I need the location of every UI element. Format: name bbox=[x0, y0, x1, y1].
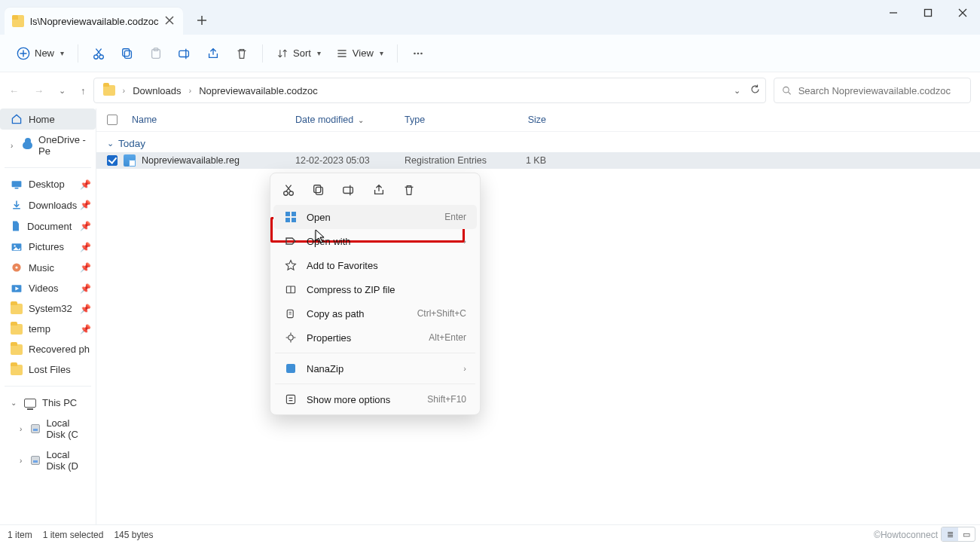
view-button[interactable]: View ▾ bbox=[330, 43, 389, 64]
col-type[interactable]: Type bbox=[405, 115, 493, 125]
cut-button[interactable] bbox=[86, 42, 111, 65]
watermark: ©Howtoconnect bbox=[874, 530, 938, 540]
ctx-label: Add to Favorites bbox=[307, 260, 466, 271]
search-input[interactable] bbox=[798, 85, 963, 96]
ctx-label: Open with bbox=[307, 236, 454, 247]
sidebar-home[interactable]: Home bbox=[0, 108, 96, 130]
rename-button[interactable] bbox=[172, 42, 197, 65]
select-all-checkbox[interactable] bbox=[107, 115, 118, 125]
new-label: New bbox=[35, 47, 54, 59]
chevron-right-icon: › bbox=[20, 457, 26, 465]
pin-icon: 📌 bbox=[80, 304, 91, 314]
sidebar-disk-c[interactable]: ›Local Disk (C bbox=[0, 413, 96, 445]
ctx-open-with[interactable]: Open with › bbox=[273, 229, 477, 253]
chevron-right-icon: › bbox=[463, 237, 466, 246]
recent-locations-button[interactable]: ⌄ bbox=[59, 86, 66, 96]
ctx-copy-path[interactable]: Copy as path Ctrl+Shift+C bbox=[273, 301, 477, 325]
more-button[interactable] bbox=[405, 42, 431, 65]
sidebar-item-videos[interactable]: Videos📌 bbox=[0, 278, 96, 298]
sidebar-item-pictures[interactable]: Pictures📌 bbox=[0, 237, 96, 257]
breadcrumb-dropdown[interactable]: ⌄ bbox=[734, 86, 740, 96]
ctx-shortcut: Ctrl+Shift+C bbox=[417, 308, 466, 319]
share-button[interactable] bbox=[200, 42, 226, 65]
zip-icon bbox=[284, 283, 298, 295]
sidebar-item-temp[interactable]: temp📌 bbox=[0, 319, 96, 339]
col-date[interactable]: Date modified ⌄ bbox=[295, 115, 405, 125]
sidebar-item-recovered[interactable]: Recovered ph bbox=[0, 339, 96, 359]
copy-icon[interactable] bbox=[311, 182, 326, 197]
breadcrumb-item[interactable]: Nopreviewavailable.codzoc bbox=[194, 84, 322, 98]
file-row[interactable]: Nopreviewavailable.reg 12-02-2023 05:03 … bbox=[96, 152, 980, 169]
ctx-shortcut: Alt+Enter bbox=[429, 332, 466, 343]
col-name[interactable]: Name bbox=[107, 115, 295, 125]
sidebar-disk-d[interactable]: ›Local Disk (D bbox=[0, 445, 96, 476]
folder-icon bbox=[11, 365, 23, 375]
cloud-icon bbox=[23, 142, 32, 149]
cut-icon[interactable] bbox=[281, 182, 296, 197]
new-button[interactable]: New ▾ bbox=[11, 42, 70, 65]
share-icon[interactable] bbox=[371, 182, 386, 197]
folder-icon bbox=[11, 344, 23, 355]
chevron-right-icon: › bbox=[20, 425, 26, 433]
minimize-button[interactable] bbox=[876, 0, 911, 26]
title-bar: ls\Nopreviewavailable.codzoc bbox=[0, 0, 980, 35]
chevron-right-icon: › bbox=[189, 86, 192, 95]
refresh-button[interactable] bbox=[750, 84, 761, 97]
delete-icon[interactable] bbox=[401, 182, 417, 197]
svg-rect-13 bbox=[12, 181, 22, 187]
close-tab-icon[interactable] bbox=[165, 16, 176, 26]
details-view-icon[interactable]: ≣ bbox=[942, 527, 958, 541]
chevron-down-icon: ▾ bbox=[317, 49, 321, 57]
sidebar-item-label: Videos bbox=[29, 283, 59, 294]
pc-icon bbox=[24, 399, 36, 408]
ctx-open[interactable]: Open Enter bbox=[273, 205, 477, 229]
svg-point-12 bbox=[783, 87, 789, 93]
breadcrumb-item[interactable]: Downloads bbox=[128, 84, 185, 98]
up-button[interactable]: ↑ bbox=[81, 85, 86, 96]
svg-rect-0 bbox=[925, 10, 932, 17]
sidebar-item-music[interactable]: Music📌 bbox=[0, 257, 96, 278]
ctx-nanazip[interactable]: NanaZip › bbox=[273, 356, 477, 380]
svg-rect-26 bbox=[292, 212, 296, 216]
view-mode-toggle[interactable]: ≣ ▭ bbox=[941, 527, 975, 542]
back-button[interactable]: ← bbox=[9, 85, 19, 96]
sidebar-onedrive[interactable]: › OneDrive - Pe bbox=[0, 130, 96, 161]
svg-point-11 bbox=[420, 52, 423, 54]
maximize-button[interactable] bbox=[911, 0, 945, 26]
col-size-label: Size bbox=[528, 115, 546, 125]
group-header[interactable]: ⌄ Today bbox=[96, 132, 980, 149]
sidebar-item-desktop[interactable]: Desktop📌 bbox=[0, 174, 96, 194]
paste-button[interactable] bbox=[143, 42, 169, 65]
close-window-button[interactable] bbox=[945, 0, 980, 26]
sidebar-item-documents[interactable]: Document📌 bbox=[0, 215, 96, 237]
pin-icon: 📌 bbox=[80, 221, 91, 231]
ctx-shortcut: Enter bbox=[444, 212, 466, 222]
sidebar-item-system32[interactable]: System32📌 bbox=[0, 298, 96, 319]
context-quickactions bbox=[273, 176, 477, 205]
col-size[interactable]: Size bbox=[493, 115, 546, 125]
ctx-properties[interactable]: Properties Alt+Enter bbox=[273, 325, 477, 350]
sidebar-item-lostfiles[interactable]: Lost Files bbox=[0, 359, 96, 380]
chevron-down-icon: ⌄ bbox=[107, 139, 114, 148]
row-checkbox[interactable] bbox=[107, 155, 118, 166]
new-tab-button[interactable] bbox=[191, 9, 213, 32]
sidebar-thispc[interactable]: ⌄This PC bbox=[0, 393, 96, 413]
folder-icon bbox=[12, 15, 24, 27]
window-tab[interactable]: ls\Nopreviewavailable.codzoc bbox=[5, 8, 183, 35]
ctx-add-favorites[interactable]: Add to Favorites bbox=[273, 253, 477, 277]
ctx-show-more[interactable]: Show more options Shift+F10 bbox=[273, 387, 477, 411]
status-bar: 1 item 1 item selected 145 bytes ©Howtoc… bbox=[0, 524, 980, 544]
sidebar-item-downloads[interactable]: Downloads📌 bbox=[0, 194, 96, 215]
search-box[interactable] bbox=[774, 78, 971, 103]
sort-button[interactable]: Sort ▾ bbox=[270, 43, 327, 64]
ctx-compress-zip[interactable]: Compress to ZIP file bbox=[273, 277, 477, 301]
delete-button[interactable] bbox=[229, 42, 255, 65]
svg-rect-24 bbox=[343, 187, 353, 193]
large-icons-view-icon[interactable]: ▭ bbox=[958, 527, 975, 541]
copy-button[interactable] bbox=[114, 42, 140, 65]
breadcrumb[interactable]: › Downloads › Nopreviewavailable.codzoc … bbox=[93, 78, 767, 103]
rename-icon[interactable] bbox=[341, 182, 356, 197]
forward-button[interactable]: → bbox=[34, 85, 44, 96]
breadcrumb-root[interactable] bbox=[99, 84, 120, 97]
disk-icon bbox=[31, 456, 40, 465]
